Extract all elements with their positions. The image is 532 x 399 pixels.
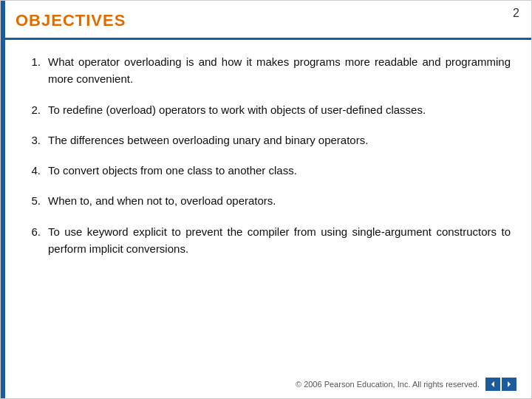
item-number: 4. <box>21 162 48 179</box>
list-item: 6. To use keyword explicit to prevent th… <box>21 223 511 258</box>
item-text: The differences between overloading unar… <box>48 132 511 149</box>
slide-number: 2 <box>513 7 519 20</box>
list-item: 2.To redefine (overload) operators to wo… <box>21 101 511 118</box>
item-text: To use keyword explicit to prevent the c… <box>48 223 511 258</box>
list-item: 1.What operator overloading is and how i… <box>21 53 511 88</box>
list-item: 4.To convert objects from one class to a… <box>21 162 511 179</box>
svg-marker-0 <box>491 381 494 387</box>
slide-title: OBJECTIVES <box>16 11 516 30</box>
svg-marker-1 <box>508 381 511 387</box>
slide-content: 1.What operator overloading is and how i… <box>1 40 531 284</box>
next-arrow[interactable] <box>502 378 516 391</box>
item-number: 1. <box>21 53 48 70</box>
item-text: What operator overloading is and how it … <box>48 53 511 88</box>
slide-header: OBJECTIVES <box>1 1 531 40</box>
item-text: When to, and when not to, overload opera… <box>48 192 511 209</box>
slide-footer: © 2006 Pearson Education, Inc. All right… <box>296 378 516 391</box>
list-item: 3.The differences between overloading un… <box>21 132 511 149</box>
prev-arrow[interactable] <box>485 378 500 391</box>
item-text: To redefine (overload) operators to work… <box>48 101 511 118</box>
left-border <box>1 1 5 398</box>
item-number: 5. <box>21 192 48 209</box>
objectives-list: 1.What operator overloading is and how i… <box>21 53 511 257</box>
list-item: 5.When to, and when not to, overload ope… <box>21 192 511 209</box>
item-number: 3. <box>21 132 48 149</box>
item-text: To convert objects from one class to ano… <box>48 162 511 179</box>
slide: 2 OBJECTIVES 1.What operator overloading… <box>0 0 532 399</box>
item-number: 6. <box>21 223 48 240</box>
copyright-text: © 2006 Pearson Education, Inc. All right… <box>296 380 480 389</box>
nav-arrows <box>485 378 516 391</box>
item-number: 2. <box>21 101 48 118</box>
